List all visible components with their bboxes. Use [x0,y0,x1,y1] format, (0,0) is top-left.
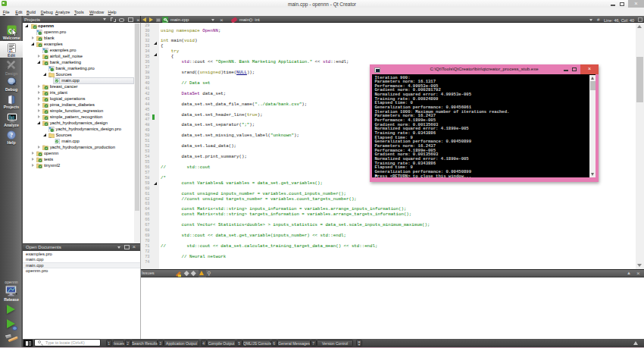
svg-text:?: ? [10,132,13,139]
